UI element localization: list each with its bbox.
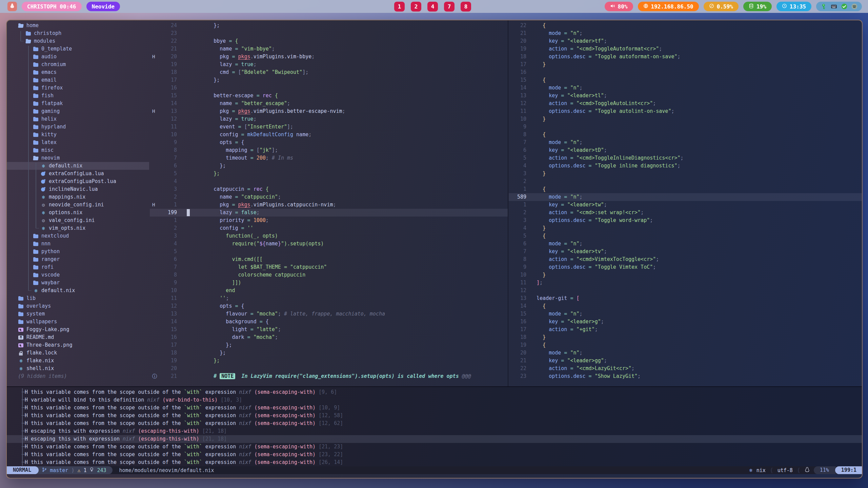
- code-line[interactable]: 14 name = "better_escape";: [150, 100, 508, 107]
- status-check-icon[interactable]: [841, 3, 848, 10]
- code-line[interactable]: 11 ];: [509, 279, 862, 287]
- code-line[interactable]: 9 opts = {: [150, 139, 508, 146]
- diagnostic-item[interactable]: ─H this variable comes from the scope ou…: [7, 388, 862, 396]
- code-line[interactable]: 18 };: [150, 349, 508, 357]
- tree-item-modules[interactable]: modules: [7, 37, 149, 45]
- code-line[interactable]: 19 lazy = true;: [150, 61, 508, 68]
- code-line[interactable]: 18 options.desc = "Toggle autoformat-on-…: [509, 53, 862, 61]
- code-line[interactable]: ⓘ21 # NOTE In LazyVim require("clang_ext…: [150, 372, 508, 380]
- code-line[interactable]: 22 action = "<cmd>LazyGit<cr>";: [509, 365, 862, 372]
- code-line[interactable]: 3 function(_, opts): [150, 232, 508, 240]
- code-line[interactable]: 23 options.desc = "Show LazyGit";: [509, 372, 862, 380]
- workspace-button-1[interactable]: 1: [394, 2, 405, 12]
- code-line[interactable]: 16: [509, 68, 862, 76]
- code-line[interactable]: 17 }: [509, 61, 862, 68]
- network-module[interactable]: 192.168.86.50: [638, 2, 699, 11]
- diagnostic-item[interactable]: ─H this variable comes from the scope ou…: [7, 459, 862, 466]
- tree-item-christoph[interactable]: christoph: [7, 29, 149, 37]
- diagnostic-item[interactable]: ─H this variable comes from the scope ou…: [7, 443, 862, 451]
- tree-item-flake.lock[interactable]: flake.lock: [7, 349, 149, 357]
- code-line[interactable]: 9 ]]): [150, 279, 508, 287]
- code-line[interactable]: H13 pkg = pkgs.vimPlugins.better-escape-…: [150, 107, 508, 115]
- code-line[interactable]: 10 config = mkDefaultConfig name;: [150, 131, 508, 139]
- code-line[interactable]: 8 action = "<cmd>VimtexTocToggle<cr>";: [509, 256, 862, 263]
- code-line[interactable]: 12: [509, 287, 862, 294]
- code-line[interactable]: 24 };: [150, 22, 508, 29]
- code-line[interactable]: 4 options.desc = "Toggle inline diagnost…: [509, 162, 862, 170]
- code-line[interactable]: 10 }: [509, 271, 862, 279]
- code-line[interactable]: 199 lazy = false;: [150, 209, 508, 217]
- code-line[interactable]: 22 {: [509, 22, 862, 29]
- volume-module[interactable]: 80%: [605, 2, 633, 11]
- code-line[interactable]: 8 colorscheme catppuccin: [150, 271, 508, 279]
- code-line[interactable]: 4: [150, 178, 508, 185]
- tree-item-flake.nix[interactable]: ❄flake.nix: [7, 357, 149, 365]
- code-line[interactable]: 8 {: [509, 131, 862, 139]
- code-line[interactable]: 6 mode = "n";: [509, 240, 862, 248]
- code-line[interactable]: 4 require("${name}").setup(opts): [150, 240, 508, 248]
- code-line[interactable]: 1 key = "<leader>tw";: [509, 201, 862, 209]
- code-line[interactable]: 19 {: [509, 341, 862, 349]
- keyboard-layout-icon[interactable]: [830, 3, 837, 10]
- code-line[interactable]: 18 cmd = ["Bdelete" "Bwipeout"];: [150, 68, 508, 76]
- workspace-button-4[interactable]: 4: [427, 2, 438, 12]
- tree-item-shell.nix[interactable]: ❄shell.nix: [7, 365, 149, 372]
- tree-item-home[interactable]: home: [7, 22, 149, 29]
- memory-module[interactable]: 19%: [743, 2, 772, 11]
- host-clock-pill[interactable]: CHRISTOPH 00:46: [22, 2, 82, 11]
- tree-item-wallpapers[interactable]: wallpapers: [7, 318, 149, 326]
- code-line[interactable]: 3 }: [509, 170, 862, 178]
- code-line[interactable]: 22 bbye = {: [150, 37, 508, 45]
- code-line[interactable]: 4 }: [509, 224, 862, 232]
- code-line[interactable]: 20 key = "<leader>tf";: [509, 37, 862, 45]
- code-line[interactable]: 21 name = "vim-bbye";: [150, 45, 508, 53]
- active-window-pill[interactable]: Neovide: [86, 2, 120, 11]
- code-line[interactable]: 7 let $BAT_THEME = "catppuccin": [150, 263, 508, 271]
- code-line[interactable]: 2: [509, 178, 862, 185]
- code-line[interactable]: 1 {: [509, 185, 862, 193]
- code-line[interactable]: 17 action = "+git";: [509, 326, 862, 333]
- code-line[interactable]: 10 }: [509, 115, 862, 123]
- code-line[interactable]: 3 catppuccin = rec {: [150, 185, 508, 193]
- code-line[interactable]: 18 }: [509, 333, 862, 341]
- diagnostic-item[interactable]: ─H this variable comes from the scope ou…: [7, 420, 862, 427]
- code-line[interactable]: 15 better-escape = rec {: [150, 92, 508, 100]
- tree-item-system[interactable]: system: [7, 310, 149, 318]
- diagnostic-item[interactable]: ─H variable will bind to this definition…: [7, 396, 862, 404]
- diagnostic-item[interactable]: ─H this variable comes from the scope ou…: [7, 412, 862, 420]
- code-line[interactable]: 9 options.desc = "Toggle Vimtex ToC";: [509, 263, 862, 271]
- code-line[interactable]: 16 dark = "mocha";: [150, 333, 508, 341]
- code-line[interactable]: 11 options.desc = "Toggle autolint-on-sa…: [509, 107, 862, 115]
- code-line[interactable]: 7 mode = "n";: [509, 139, 862, 146]
- code-line[interactable]: 21 mode = "n";: [509, 29, 862, 37]
- code-line[interactable]: 16 key = "<leader>g";: [509, 318, 862, 326]
- distro-launcher-button[interactable]: [7, 2, 17, 11]
- editor-pane-main[interactable]: 24 };2322 bbye = {21 name = "vim-bbye";H…: [150, 22, 508, 386]
- code-line[interactable]: 5: [150, 248, 508, 256]
- tree-item-Foggy-Lake.png[interactable]: Foggy-Lake.png: [7, 326, 149, 333]
- code-line[interactable]: 13 key = "<leader>tl";: [509, 92, 862, 100]
- diagnostic-item[interactable]: ─H escaping this with expression nixf (e…: [7, 435, 862, 443]
- code-line[interactable]: 15 {: [509, 76, 862, 84]
- code-line[interactable]: H1 pkg = pkgs.vimPlugins.catppuccin-nvim…: [150, 201, 508, 209]
- tree-item-lib[interactable]: lib: [7, 294, 149, 302]
- code-line[interactable]: 16: [150, 84, 508, 92]
- code-line[interactable]: 2 action = "<cmd>:set wrap!<cr>";: [509, 209, 862, 217]
- workspace-button-8[interactable]: 8: [461, 2, 471, 12]
- tree-item-Three-Bears.png[interactable]: Three-Bears.png: [7, 341, 149, 349]
- code-line[interactable]: 6 key = "<leader>tD";: [509, 146, 862, 154]
- code-line[interactable]: 2 config = '': [150, 224, 508, 232]
- code-line[interactable]: 15 light = "latte";: [150, 326, 508, 333]
- code-line[interactable]: 14 mode = "n";: [509, 84, 862, 92]
- tree-item-overlays[interactable]: overlays: [7, 302, 149, 310]
- keepass-key-icon[interactable]: [820, 3, 827, 10]
- diagnostic-item[interactable]: ─H this variable comes from the scope ou…: [7, 451, 862, 459]
- code-line[interactable]: 13 flavour = "mocha"; # latte, frappe, m…: [150, 310, 508, 318]
- code-line[interactable]: 5 };: [150, 170, 508, 178]
- code-line[interactable]: 1 priority = 1000;: [150, 217, 508, 224]
- workspace-button-2[interactable]: 2: [411, 2, 421, 12]
- spotify-icon[interactable]: [851, 3, 858, 10]
- code-line[interactable]: 14 background = {: [150, 318, 508, 326]
- clock-module[interactable]: 13:35: [776, 2, 811, 11]
- code-line[interactable]: 8 mapping = ["jk"];: [150, 146, 508, 154]
